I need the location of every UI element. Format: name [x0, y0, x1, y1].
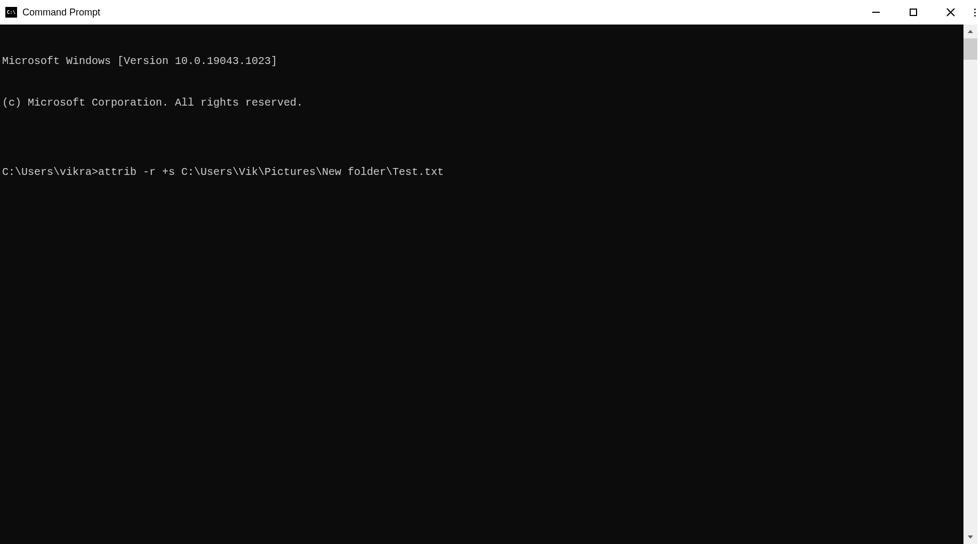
app-icon: C:\: [5, 7, 17, 18]
scrollbar-down-button[interactable]: [963, 530, 977, 544]
window-controls: [857, 0, 980, 25]
chevron-down-icon: [968, 535, 973, 539]
more-icon: [974, 9, 976, 17]
window-title: Command Prompt: [22, 7, 857, 18]
terminal-line: (c) Microsoft Corporation. All rights re…: [2, 96, 961, 110]
more-button[interactable]: [969, 0, 980, 25]
scrollbar-track[interactable]: [963, 38, 977, 530]
terminal-line: C:\Users\vikra>attrib -r +s C:\Users\Vik…: [2, 165, 961, 179]
command-prompt-window: C:\ Command Prompt Microsoft Windows [Ve…: [0, 0, 980, 544]
terminal-line: Microsoft Windows [Version 10.0.19043.10…: [2, 54, 961, 68]
app-icon-label: C:\: [7, 10, 15, 15]
scrollbar-thumb[interactable]: [963, 38, 977, 60]
minimize-icon: [872, 12, 880, 13]
vertical-scrollbar[interactable]: [963, 25, 977, 544]
maximize-icon: [910, 9, 917, 16]
scrollbar-up-button[interactable]: [963, 25, 977, 38]
close-icon: [946, 8, 955, 17]
right-edge: [977, 25, 980, 544]
maximize-button[interactable]: [895, 0, 932, 25]
minimize-button[interactable]: [857, 0, 895, 25]
close-button[interactable]: [932, 0, 969, 25]
title-bar[interactable]: C:\ Command Prompt: [0, 0, 980, 25]
content-wrapper: Microsoft Windows [Version 10.0.19043.10…: [0, 25, 980, 544]
chevron-up-icon: [968, 30, 973, 33]
terminal-output[interactable]: Microsoft Windows [Version 10.0.19043.10…: [0, 25, 963, 544]
